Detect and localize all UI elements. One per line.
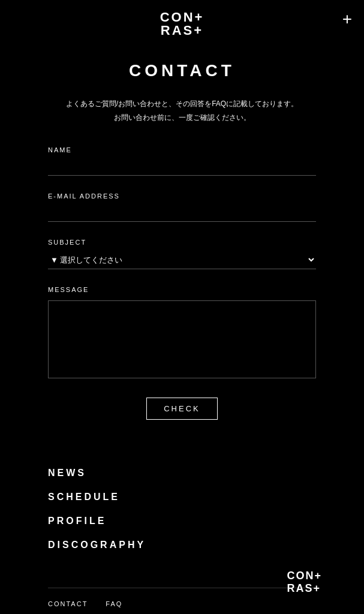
description: よくあるご質問/お問い合わせと、その回答をFAQに記載しております。 お問い合わ… xyxy=(48,97,316,125)
description-line1: よくあるご質問/お問い合わせと、その回答をFAQに記載しております。 xyxy=(48,97,316,111)
logo-line2: RAS+ xyxy=(161,24,203,37)
name-input[interactable] xyxy=(48,158,316,176)
name-label: NAME xyxy=(48,146,316,154)
nav-item-discography[interactable]: DISCOGRAPHY xyxy=(48,540,316,550)
footer-logo-line2: RAS+ xyxy=(287,582,322,595)
footer-logo[interactable]: CON+ RAS+ xyxy=(287,570,322,595)
footer-links: CONTACT FAQ xyxy=(48,600,316,607)
email-input[interactable] xyxy=(48,204,316,222)
nav-item-profile[interactable]: PROFILE xyxy=(48,516,316,526)
description-line2: お問い合わせ前に、一度ご確認ください。 xyxy=(48,111,316,125)
logo[interactable]: CON+ RAS+ xyxy=(160,11,204,37)
contact-form: NAME E-MAIL ADDRESS SUBJECT ▼ 選択してください 一… xyxy=(48,146,316,420)
main-content: CONTACT よくあるご質問/お問い合わせと、その回答をFAQに記載しておりま… xyxy=(0,37,364,444)
message-group: MESSAGE xyxy=(48,286,316,381)
header: CON+ RAS+ + xyxy=(0,0,364,37)
submit-wrapper: CHECK xyxy=(48,398,316,420)
page-title: CONTACT xyxy=(48,61,316,80)
nav-item-news[interactable]: NEWS xyxy=(48,468,316,478)
footer-link-faq[interactable]: FAQ xyxy=(106,600,122,607)
nav-item-schedule[interactable]: SCHEDULE xyxy=(48,492,316,502)
footer-nav: NEWS SCHEDULE PROFILE DISCOGRAPHY xyxy=(0,444,364,550)
email-label: E-MAIL ADDRESS xyxy=(48,192,316,200)
footer-logo-line1: CON+ xyxy=(287,570,322,583)
submit-button[interactable]: CHECK xyxy=(146,398,218,420)
logo-line1: CON+ xyxy=(160,11,204,24)
email-group: E-MAIL ADDRESS xyxy=(48,192,316,222)
subject-select[interactable]: ▼ 選択してください 一般的なお問い合わせ ライブ・イベント メディア・取材 そ… xyxy=(48,255,316,265)
menu-plus-icon[interactable]: + xyxy=(342,11,352,28)
subject-select-wrapper: ▼ 選択してください 一般的なお問い合わせ ライブ・イベント メディア・取材 そ… xyxy=(48,251,316,269)
message-textarea[interactable] xyxy=(48,300,316,378)
divider xyxy=(48,588,316,588)
subject-label: SUBJECT xyxy=(48,239,316,246)
footer-bottom: CON+ RAS+ CONTACT FAQ ©2024-contrast xyxy=(0,564,364,614)
subject-group: SUBJECT ▼ 選択してください 一般的なお問い合わせ ライブ・イベント メ… xyxy=(48,239,316,269)
footer-link-contact[interactable]: CONTACT xyxy=(48,600,88,607)
message-label: MESSAGE xyxy=(48,286,316,293)
name-group: NAME xyxy=(48,146,316,176)
